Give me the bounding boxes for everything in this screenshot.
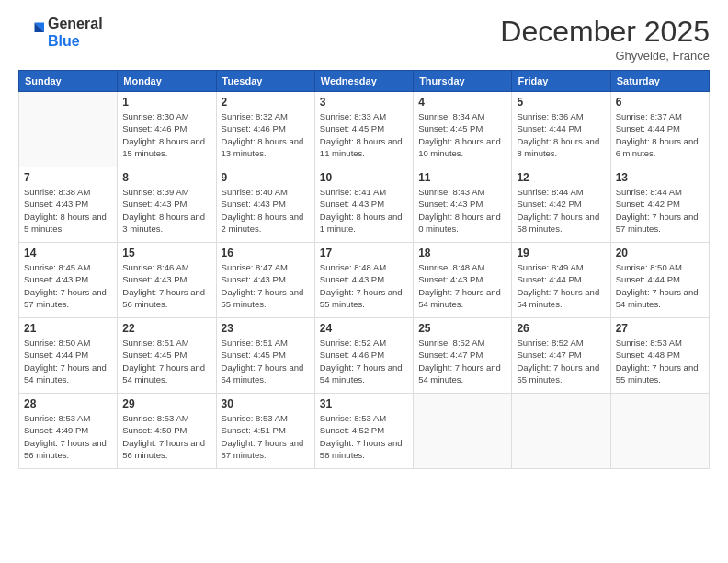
day-number: 12 [517, 171, 605, 184]
day-detail: Sunrise: 8:53 AMSunset: 4:51 PMDaylight:… [222, 412, 310, 461]
day-cell: 4Sunrise: 8:34 AMSunset: 4:45 PMDaylight… [414, 92, 512, 167]
day-cell: 31Sunrise: 8:53 AMSunset: 4:52 PMDayligh… [314, 394, 413, 469]
day-detail: Sunrise: 8:37 AMSunset: 4:44 PMDaylight:… [616, 110, 704, 159]
day-number: 31 [320, 397, 408, 410]
logo-text: General Blue [48, 15, 103, 50]
header-cell-thursday: Thursday [414, 71, 512, 92]
day-cell: 24Sunrise: 8:52 AMSunset: 4:46 PMDayligh… [314, 318, 413, 394]
day-number: 5 [517, 96, 605, 109]
day-detail: Sunrise: 8:52 AMSunset: 4:47 PMDaylight:… [517, 337, 605, 385]
day-number: 22 [122, 322, 210, 335]
day-detail: Sunrise: 8:41 AMSunset: 4:43 PMDaylight:… [320, 186, 408, 235]
day-cell: 26Sunrise: 8:52 AMSunset: 4:47 PMDayligh… [512, 318, 610, 394]
month-title: December 2025 [500, 15, 710, 49]
day-detail: Sunrise: 8:50 AMSunset: 4:44 PMDaylight:… [24, 337, 112, 385]
day-number: 9 [222, 171, 310, 184]
day-cell: 14Sunrise: 8:45 AMSunset: 4:43 PMDayligh… [19, 243, 118, 318]
day-cell: 27Sunrise: 8:53 AMSunset: 4:48 PMDayligh… [610, 318, 709, 394]
day-cell: 29Sunrise: 8:53 AMSunset: 4:50 PMDayligh… [118, 394, 216, 469]
week-row-1: 1Sunrise: 8:30 AMSunset: 4:46 PMDaylight… [19, 92, 710, 167]
day-cell: 15Sunrise: 8:46 AMSunset: 4:43 PMDayligh… [118, 243, 216, 318]
header-row: SundayMondayTuesdayWednesdayThursdayFrid… [19, 71, 710, 92]
day-cell: 23Sunrise: 8:51 AMSunset: 4:45 PMDayligh… [216, 318, 314, 394]
day-cell: 13Sunrise: 8:44 AMSunset: 4:42 PMDayligh… [610, 167, 709, 243]
day-number: 15 [122, 247, 210, 259]
day-number: 24 [320, 322, 408, 335]
day-number: 19 [517, 247, 605, 259]
day-cell [610, 394, 709, 469]
day-detail: Sunrise: 8:53 AMSunset: 4:52 PMDaylight:… [320, 412, 408, 461]
day-detail: Sunrise: 8:32 AMSunset: 4:46 PMDaylight:… [222, 110, 310, 159]
day-detail: Sunrise: 8:43 AMSunset: 4:43 PMDaylight:… [418, 186, 506, 235]
day-detail: Sunrise: 8:36 AMSunset: 4:44 PMDaylight:… [517, 110, 605, 159]
day-cell: 2Sunrise: 8:32 AMSunset: 4:46 PMDaylight… [216, 92, 314, 167]
day-cell: 12Sunrise: 8:44 AMSunset: 4:42 PMDayligh… [512, 167, 610, 243]
day-detail: Sunrise: 8:33 AMSunset: 4:45 PMDaylight:… [320, 110, 408, 159]
day-cell: 28Sunrise: 8:53 AMSunset: 4:49 PMDayligh… [19, 394, 118, 469]
week-row-3: 14Sunrise: 8:45 AMSunset: 4:43 PMDayligh… [19, 243, 710, 318]
day-detail: Sunrise: 8:44 AMSunset: 4:42 PMDaylight:… [616, 186, 704, 235]
day-number: 23 [222, 322, 310, 335]
day-number: 21 [24, 322, 112, 335]
day-cell: 21Sunrise: 8:50 AMSunset: 4:44 PMDayligh… [19, 318, 118, 394]
logo: General Blue [18, 15, 103, 50]
day-cell: 18Sunrise: 8:48 AMSunset: 4:43 PMDayligh… [414, 243, 512, 318]
day-cell: 19Sunrise: 8:49 AMSunset: 4:44 PMDayligh… [512, 243, 610, 318]
day-number: 17 [320, 247, 408, 259]
location: Ghyvelde, France [500, 49, 710, 63]
week-row-2: 7Sunrise: 8:38 AMSunset: 4:43 PMDaylight… [19, 167, 710, 243]
day-detail: Sunrise: 8:44 AMSunset: 4:42 PMDaylight:… [517, 186, 605, 235]
header-cell-tuesday: Tuesday [216, 71, 314, 92]
day-number: 26 [517, 322, 605, 335]
day-number: 1 [122, 96, 210, 109]
day-number: 20 [616, 247, 704, 259]
title-area: December 2025 Ghyvelde, France [500, 15, 710, 63]
day-cell: 5Sunrise: 8:36 AMSunset: 4:44 PMDaylight… [512, 92, 610, 167]
header-cell-saturday: Saturday [610, 71, 709, 92]
week-row-4: 21Sunrise: 8:50 AMSunset: 4:44 PMDayligh… [19, 318, 710, 394]
day-detail: Sunrise: 8:47 AMSunset: 4:43 PMDaylight:… [222, 261, 310, 310]
day-number: 30 [222, 397, 310, 410]
day-number: 4 [418, 96, 506, 109]
logo-general: General [48, 16, 103, 31]
day-cell: 20Sunrise: 8:50 AMSunset: 4:44 PMDayligh… [610, 243, 709, 318]
day-detail: Sunrise: 8:34 AMSunset: 4:45 PMDaylight:… [418, 110, 506, 159]
day-cell: 3Sunrise: 8:33 AMSunset: 4:45 PMDaylight… [314, 92, 413, 167]
day-detail: Sunrise: 8:49 AMSunset: 4:44 PMDaylight:… [517, 261, 605, 310]
day-cell: 16Sunrise: 8:47 AMSunset: 4:43 PMDayligh… [216, 243, 314, 318]
day-number: 18 [418, 247, 506, 259]
day-cell: 22Sunrise: 8:51 AMSunset: 4:45 PMDayligh… [118, 318, 216, 394]
day-number: 3 [320, 96, 408, 109]
day-detail: Sunrise: 8:53 AMSunset: 4:49 PMDaylight:… [24, 412, 112, 461]
day-cell: 17Sunrise: 8:48 AMSunset: 4:43 PMDayligh… [314, 243, 413, 318]
week-row-5: 28Sunrise: 8:53 AMSunset: 4:49 PMDayligh… [19, 394, 710, 469]
day-number: 25 [418, 322, 506, 335]
day-cell: 11Sunrise: 8:43 AMSunset: 4:43 PMDayligh… [414, 167, 512, 243]
day-detail: Sunrise: 8:50 AMSunset: 4:44 PMDaylight:… [616, 261, 704, 310]
day-detail: Sunrise: 8:53 AMSunset: 4:50 PMDaylight:… [122, 412, 210, 461]
logo-blue: Blue [48, 33, 80, 49]
day-number: 10 [320, 171, 408, 184]
day-number: 16 [222, 247, 310, 259]
day-cell [512, 394, 610, 469]
day-detail: Sunrise: 8:46 AMSunset: 4:43 PMDaylight:… [122, 261, 210, 310]
day-cell [414, 394, 512, 469]
day-detail: Sunrise: 8:39 AMSunset: 4:43 PMDaylight:… [122, 186, 210, 235]
day-number: 8 [122, 171, 210, 184]
day-detail: Sunrise: 8:53 AMSunset: 4:48 PMDaylight:… [616, 337, 704, 385]
day-cell: 10Sunrise: 8:41 AMSunset: 4:43 PMDayligh… [314, 167, 413, 243]
day-number: 2 [222, 96, 310, 109]
day-cell: 25Sunrise: 8:52 AMSunset: 4:47 PMDayligh… [414, 318, 512, 394]
day-number: 27 [616, 322, 704, 335]
header-cell-sunday: Sunday [19, 71, 118, 92]
day-detail: Sunrise: 8:51 AMSunset: 4:45 PMDaylight:… [222, 337, 310, 385]
day-number: 7 [24, 171, 112, 184]
day-cell [19, 92, 118, 167]
day-number: 6 [616, 96, 704, 109]
day-cell: 9Sunrise: 8:40 AMSunset: 4:43 PMDaylight… [216, 167, 314, 243]
calendar-page: General Blue December 2025 Ghyvelde, Fra… [0, 0, 728, 563]
day-detail: Sunrise: 8:52 AMSunset: 4:46 PMDaylight:… [320, 337, 408, 385]
header: General Blue December 2025 Ghyvelde, Fra… [18, 15, 710, 63]
day-cell: 30Sunrise: 8:53 AMSunset: 4:51 PMDayligh… [216, 394, 314, 469]
day-cell: 1Sunrise: 8:30 AMSunset: 4:46 PMDaylight… [118, 92, 216, 167]
